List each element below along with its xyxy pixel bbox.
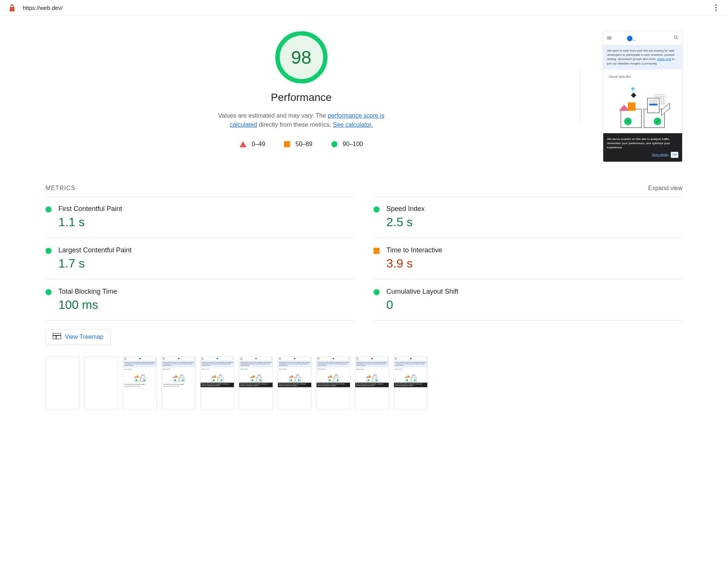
filmstrip-frame[interactable]: [84, 356, 118, 409]
filmstrip-frame[interactable]: ⬤_ We want to hear from you! We are look…: [316, 356, 350, 409]
square-icon: [284, 141, 290, 147]
cookie-banner: We serve cookies on this site to analyze…: [603, 133, 682, 162]
ok-button: OK: [671, 152, 678, 157]
score-gauge: 98: [275, 31, 328, 84]
svg-rect-0: [11, 6, 13, 7]
legend-pass: 90–100: [331, 141, 363, 148]
filmstrip-frame[interactable]: ⬤_ We want to hear from you! We are look…: [355, 356, 389, 409]
filmstrip-frame[interactable]: ⬤_ We want to hear from you! We are look…: [394, 356, 428, 409]
svg-rect-4: [53, 333, 61, 339]
search-icon: [674, 35, 678, 41]
performance-summary: 98 Performance Values are estimated and …: [46, 31, 682, 162]
triangle-icon: [240, 141, 246, 147]
filmstrip-frame[interactable]: ⬤_ We want to hear from you! We are look…: [200, 356, 234, 409]
score-description: Values are estimated and may vary. The p…: [210, 111, 392, 129]
metrics-title: METRICS: [46, 185, 75, 192]
header-bar: https://web.dev/: [0, 0, 728, 16]
filmstrip-frame[interactable]: ⬤_ We want to hear from you! We are look…: [123, 356, 157, 409]
metric-tbt: Total Blocking Time 100 ms: [46, 279, 355, 321]
score-legend: 0–49 50–89 90–100: [240, 141, 363, 148]
page-url[interactable]: https://web.dev/: [23, 5, 63, 11]
svg-point-13: [271, 358, 272, 359]
filmstrip-frame[interactable]: ⬤_ We want to hear from you! We are look…: [162, 356, 196, 409]
lighthouse-icon: [8, 3, 17, 12]
circle-icon: [331, 141, 337, 147]
svg-point-21: [426, 358, 427, 359]
metric-si: Speed Index 2.5 s: [373, 196, 682, 238]
svg-point-19: [387, 358, 388, 359]
expand-view-toggle[interactable]: Expand view: [648, 185, 682, 192]
svg-point-7: [155, 358, 156, 359]
metric-fcp: First Contentful Paint 1.1 s: [46, 196, 355, 238]
illustration: ✓ ✓: [609, 86, 677, 128]
filmstrip-frame[interactable]: [46, 356, 80, 409]
hamburger-icon: [607, 36, 612, 40]
filmstrip-frame[interactable]: ⬤_ We want to hear from you! We are look…: [278, 356, 312, 409]
svg-point-17: [348, 358, 349, 359]
svg-point-15: [310, 358, 311, 359]
main-content: 98 Performance Values are estimated and …: [0, 16, 728, 417]
status-circle-icon: [373, 289, 380, 295]
status-circle-icon: [46, 248, 52, 254]
metrics-section: METRICS Expand view First Contentful Pai…: [46, 185, 682, 417]
treemap-icon: [53, 333, 61, 341]
about-heading: About web.dev: [609, 75, 677, 79]
metric-lcp: Largest Contentful Paint 1.7 s: [46, 238, 355, 279]
legend-average: 50–89: [284, 141, 312, 148]
metrics-grid: First Contentful Paint 1.1 s Speed Index…: [46, 196, 682, 321]
status-square-icon: [373, 248, 380, 254]
svg-point-2: [674, 36, 677, 38]
svg-line-3: [676, 38, 678, 39]
svg-point-11: [232, 358, 233, 359]
filmstrip: ⬤_ We want to hear from you! We are look…: [46, 356, 682, 417]
more-menu-icon[interactable]: [711, 3, 720, 12]
score-value: 98: [275, 31, 328, 84]
see-calculator-link[interactable]: See calculator.: [333, 121, 373, 128]
final-screenshot: ⬤_ We want to hear from you! We are look…: [603, 31, 682, 162]
category-title: Performance: [271, 91, 331, 104]
vertical-divider: [580, 70, 580, 123]
status-circle-icon: [373, 206, 380, 213]
status-circle-icon: [46, 289, 52, 295]
svg-point-9: [194, 358, 195, 359]
webdev-logo: ⬤_: [627, 35, 636, 41]
legend-fail: 0–49: [240, 141, 265, 148]
screenshot-banner: We want to hear from you! We are looking…: [603, 45, 682, 69]
filmstrip-frame[interactable]: ⬤_ We want to hear from you! We are look…: [239, 356, 273, 409]
status-circle-icon: [46, 206, 52, 213]
metric-tti: Time to Interactive 3.9 s: [373, 238, 682, 279]
view-treemap-button[interactable]: View Treemap: [46, 329, 111, 345]
metric-cls: Cumulative Layout Shift 0: [373, 279, 682, 321]
more-details-link: More details: [652, 153, 669, 157]
